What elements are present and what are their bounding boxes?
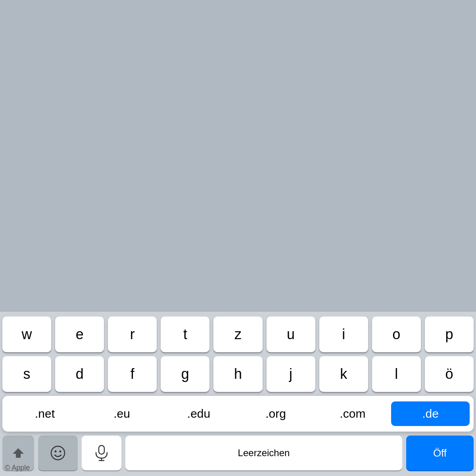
key-mic[interactable]	[82, 436, 121, 470]
svg-point-1	[55, 451, 57, 453]
domain-suggestion-row: .net .eu .edu .org .com .de	[2, 396, 474, 432]
key-space[interactable]: Leerzeichen	[125, 436, 402, 470]
key-d[interactable]: d	[55, 356, 104, 392]
key-f[interactable]: f	[108, 356, 157, 392]
domain-net[interactable]: .net	[6, 403, 83, 424]
key-k[interactable]: k	[319, 356, 368, 392]
keyboard: w e r t z u i o p s d f g h j k l ö .net…	[0, 312, 476, 476]
svg-point-2	[60, 451, 61, 453]
keyboard-row-bottom: Leerzeichen Öff	[2, 436, 474, 470]
key-z[interactable]: z	[213, 317, 262, 352]
domain-de-highlighted[interactable]: .de	[391, 401, 470, 426]
key-w[interactable]: w	[2, 317, 51, 352]
key-p[interactable]: p	[425, 317, 474, 352]
key-s[interactable]: s	[2, 356, 51, 392]
domain-org[interactable]: .org	[237, 403, 314, 424]
key-r[interactable]: r	[108, 317, 157, 352]
key-l[interactable]: l	[372, 356, 421, 392]
svg-rect-3	[99, 445, 104, 454]
key-t[interactable]: t	[161, 317, 209, 352]
domain-popup: .net .eu .edu .org .com .de	[2, 396, 474, 432]
key-o[interactable]: o	[372, 317, 421, 352]
key-g[interactable]: g	[161, 356, 209, 392]
key-h[interactable]: h	[213, 356, 262, 392]
key-emoji[interactable]	[38, 436, 78, 470]
key-return[interactable]: Öff	[406, 436, 474, 470]
keyboard-row-2: s d f g h j k l ö	[2, 356, 474, 392]
key-u[interactable]: u	[267, 317, 315, 352]
copyright-text: © Apple	[5, 464, 30, 472]
domain-edu[interactable]: .edu	[160, 403, 237, 424]
keyboard-row-1: w e r t z u i o p	[2, 317, 474, 352]
domain-eu[interactable]: .eu	[83, 403, 160, 424]
key-i[interactable]: i	[319, 317, 368, 352]
top-area	[0, 0, 476, 312]
domain-com[interactable]: .com	[314, 403, 391, 424]
svg-point-0	[51, 446, 65, 460]
key-j[interactable]: j	[267, 356, 315, 392]
key-oe[interactable]: ö	[425, 356, 474, 392]
key-e[interactable]: e	[55, 317, 104, 352]
